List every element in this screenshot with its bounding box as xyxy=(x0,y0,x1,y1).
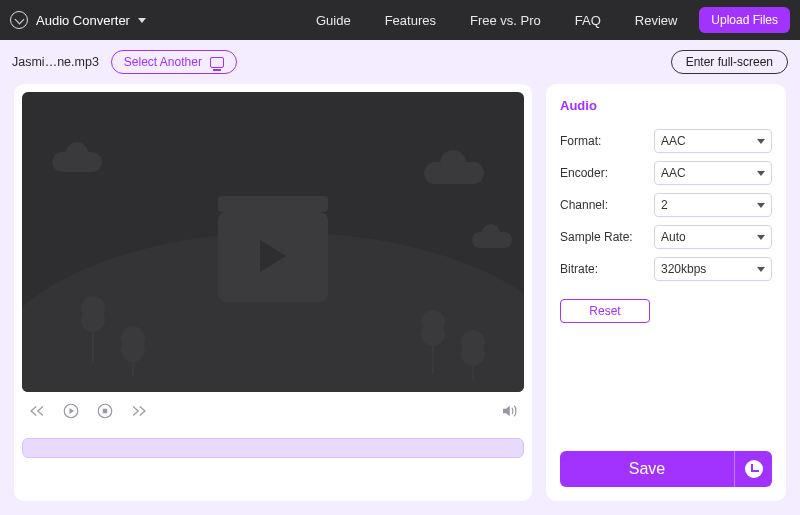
nav-faq[interactable]: FAQ xyxy=(575,13,601,28)
clock-icon xyxy=(745,460,763,478)
history-button[interactable] xyxy=(734,451,772,487)
app-title: Audio Converter xyxy=(36,13,130,28)
format-label: Format: xyxy=(560,134,654,148)
format-select[interactable]: AAC xyxy=(654,129,772,153)
top-bar: Audio Converter Guide Features Free vs. … xyxy=(0,0,800,40)
upload-files-button[interactable]: Upload Files xyxy=(699,7,790,33)
monitor-icon xyxy=(210,57,224,68)
sub-bar: Jasmi…ne.mp3 Select Another Enter full-s… xyxy=(0,40,800,84)
audio-section-title: Audio xyxy=(560,98,772,113)
forward-icon[interactable] xyxy=(130,402,148,420)
app-logo-icon xyxy=(10,11,28,29)
preview-pane xyxy=(14,84,532,501)
reset-button[interactable]: Reset xyxy=(560,299,650,323)
nav-features[interactable]: Features xyxy=(385,13,436,28)
channel-label: Channel: xyxy=(560,198,654,212)
bitrate-label: Bitrate: xyxy=(560,262,654,276)
save-button[interactable]: Save xyxy=(560,451,734,487)
bitrate-select[interactable]: 320kbps xyxy=(654,257,772,281)
svg-rect-2 xyxy=(103,409,108,414)
volume-icon[interactable] xyxy=(500,402,518,420)
sample-rate-select[interactable]: Auto xyxy=(654,225,772,249)
enter-fullscreen-button[interactable]: Enter full-screen xyxy=(671,50,788,74)
encoder-label: Encoder: xyxy=(560,166,654,180)
select-another-label: Select Another xyxy=(124,55,202,69)
caret-down-icon xyxy=(138,18,146,23)
sample-rate-label: Sample Rate: xyxy=(560,230,654,244)
play-icon[interactable] xyxy=(62,402,80,420)
clapboard-play-icon xyxy=(218,212,328,302)
media-preview[interactable] xyxy=(22,92,524,392)
nav-links: Guide Features Free vs. Pro FAQ Review xyxy=(316,13,677,28)
nav-guide[interactable]: Guide xyxy=(316,13,351,28)
nav-review[interactable]: Review xyxy=(635,13,678,28)
encoder-select[interactable]: AAC xyxy=(654,161,772,185)
rewind-icon[interactable] xyxy=(28,402,46,420)
app-brand[interactable]: Audio Converter xyxy=(10,11,146,29)
progress-bar[interactable] xyxy=(22,438,524,458)
nav-free-pro[interactable]: Free vs. Pro xyxy=(470,13,541,28)
select-another-button[interactable]: Select Another xyxy=(111,50,237,74)
current-filename: Jasmi…ne.mp3 xyxy=(12,55,99,69)
stop-icon[interactable] xyxy=(96,402,114,420)
settings-panel: Audio Format: AAC Encoder: AAC Channel: … xyxy=(546,84,786,501)
channel-select[interactable]: 2 xyxy=(654,193,772,217)
media-controls xyxy=(22,392,524,424)
